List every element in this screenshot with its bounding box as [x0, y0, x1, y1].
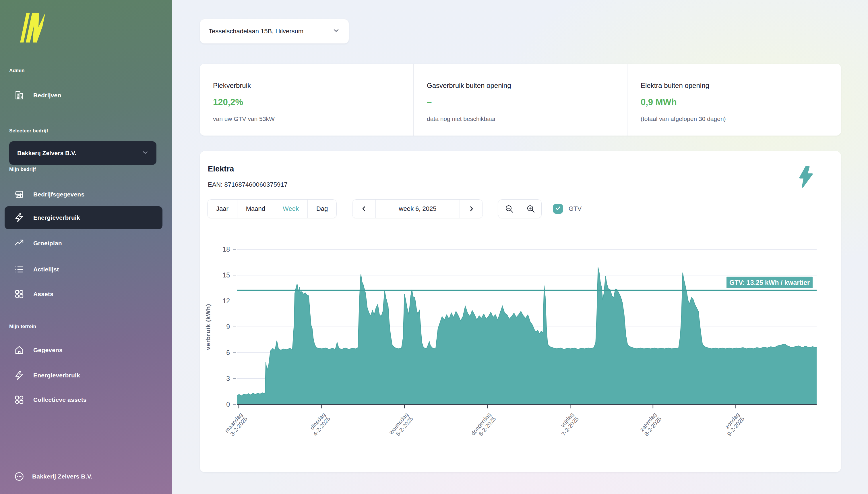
svg-text:12: 12: [222, 297, 230, 305]
svg-text:donderdag6-2-2025: donderdag6-2-2025: [470, 411, 497, 441]
energy-dashboard: Admin Bedrijven Selecteer bedrijf Bakker…: [0, 0, 868, 494]
app-logo: [16, 11, 46, 44]
check-icon: [555, 205, 561, 212]
zoom-out-button[interactable]: [498, 200, 520, 218]
trend-up-icon: [14, 238, 25, 249]
stat-card-gasverbruik: Gasverbruik buiten opening – data nog ni…: [413, 64, 627, 136]
svg-text:3: 3: [226, 375, 230, 382]
electricity-bolt-icon: [799, 166, 813, 189]
sidebar-item-label: Bedrijfsgegevens: [33, 191, 84, 198]
sidebar-item-label: Energieverbruik: [33, 372, 80, 379]
sidebar-item-assets[interactable]: Assets: [5, 285, 162, 303]
svg-text:woensdag5-2-2025: woensdag5-2-2025: [388, 411, 414, 440]
range-tabs: Jaar Maand Week Dag: [207, 199, 337, 218]
zoom-in-button[interactable]: [520, 200, 541, 218]
building-icon: [14, 90, 25, 101]
stats-row: Piekverbruik 120,2% van uw GTV van 53kW …: [200, 64, 841, 136]
svg-text:GTV: 13.25 kWh / kwartier: GTV: 13.25 kWh / kwartier: [729, 279, 810, 286]
previous-period-button[interactable]: [353, 200, 375, 218]
grid-icon: [14, 289, 25, 300]
sidebar-item-label: Groeiplan: [33, 240, 62, 247]
stat-card-piekverbruik: Piekverbruik 120,2% van uw GTV van 53kW: [200, 64, 413, 136]
company-select-value: Bakkerij Zelvers B.V.: [17, 150, 76, 156]
svg-text:18: 18: [222, 247, 230, 253]
sidebar-item-collectieve-assets[interactable]: Collectieve assets: [5, 391, 162, 409]
stat-card-elektra-buiten-opening: Elektra buiten opening 0,9 MWh (totaal v…: [627, 64, 841, 136]
gtv-checkbox[interactable]: [553, 204, 563, 214]
stat-subtitle: (totaal van afgelopen 30 dagen): [641, 115, 827, 122]
svg-text:verbruik (kWh): verbruik (kWh): [205, 304, 211, 350]
sidebar-item-bedrijfsgegevens[interactable]: Bedrijfsgegevens: [5, 185, 162, 204]
stat-subtitle: van uw GTV van 53kW: [213, 115, 399, 122]
elektra-chart-card: Elektra EAN: 871687460060375917 Jaar Maa…: [200, 151, 841, 472]
svg-text:maandag3-2-2025: maandag3-2-2025: [223, 411, 249, 438]
stat-value: –: [427, 97, 613, 108]
next-period-button[interactable]: [459, 200, 482, 218]
chart-card-title: Elektra: [208, 165, 234, 173]
my-terrain-section-label: Mijn terrein: [9, 324, 36, 329]
sidebar-item-label: Collectieve assets: [33, 396, 87, 403]
svg-text:dinsdag4-2-2025: dinsdag4-2-2025: [307, 411, 331, 437]
company-select[interactable]: Bakkerij Zelvers B.V.: [9, 141, 156, 165]
sidebar-item-groeiplan[interactable]: Groeiplan: [5, 234, 162, 252]
lightning-icon: [14, 212, 25, 223]
lightning-icon: [14, 370, 25, 381]
period-navigator: week 6, 2025: [352, 199, 483, 218]
admin-section-label: Admin: [9, 68, 25, 74]
location-select-value: Tesselschadelaan 15B, Hilversum: [209, 27, 303, 35]
svg-text:15: 15: [222, 271, 230, 279]
sidebar-item-bedrijven[interactable]: Bedrijven: [5, 86, 162, 104]
svg-text:6: 6: [226, 349, 230, 357]
tab-dag[interactable]: Dag: [308, 200, 336, 218]
gtv-checkbox-label: GTV: [569, 205, 581, 212]
stat-title: Elektra buiten opening: [641, 81, 827, 90]
svg-text:0: 0: [226, 401, 230, 408]
sidebar-item-label: Energieverbruik: [33, 214, 80, 221]
sidebar-item-gegevens[interactable]: Gegevens: [5, 341, 162, 359]
stat-title: Gasverbruik buiten opening: [427, 81, 613, 90]
sidebar-item-energieverbruik[interactable]: Energieverbruik: [5, 206, 162, 229]
grid-icon: [14, 394, 25, 405]
svg-text:zaterdag8-2-2025: zaterdag8-2-2025: [638, 411, 663, 437]
sidebar-item-label: Actielijst: [33, 266, 59, 273]
my-company-section-label: Mijn bedrijf: [9, 167, 36, 172]
tab-week[interactable]: Week: [274, 200, 308, 218]
select-company-label: Selecteer bedrijf: [9, 128, 48, 134]
home-icon: [14, 345, 25, 356]
sidebar-item-terrein-energieverbruik[interactable]: Energieverbruik: [5, 366, 162, 384]
chevron-down-icon: [141, 149, 149, 158]
svg-text:9: 9: [226, 323, 230, 330]
tab-jaar[interactable]: Jaar: [208, 200, 237, 218]
sidebar-footer-company[interactable]: Bakkerij Zelvers B.V.: [14, 471, 93, 482]
zoom-controls: [498, 199, 541, 218]
sidebar-item-label: Assets: [33, 291, 53, 298]
sidebar-item-label: Bedrijven: [33, 92, 61, 99]
stat-value: 0,9 MWh: [641, 97, 827, 108]
stat-value: 120,2%: [213, 97, 399, 108]
stat-title: Piekverbruik: [213, 81, 399, 90]
location-select[interactable]: Tesselschadelaan 15B, Hilversum: [200, 19, 349, 44]
chevron-down-icon: [332, 26, 340, 36]
footer-company-label: Bakkerij Zelvers B.V.: [32, 473, 93, 480]
circle-ellipsis-icon: [14, 471, 25, 482]
storefront-icon: [14, 189, 25, 200]
sidebar: Admin Bedrijven Selecteer bedrijf Bakker…: [0, 0, 172, 494]
svg-text:vrijdag7-2-2025: vrijdag7-2-2025: [555, 411, 580, 437]
sidebar-item-label: Gegevens: [33, 347, 63, 354]
list-icon: [14, 264, 25, 275]
stat-subtitle: data nog niet beschikbaar: [427, 115, 613, 122]
period-label: week 6, 2025: [375, 200, 459, 218]
sidebar-item-actielijst[interactable]: Actielijst: [5, 260, 162, 279]
chart-card-ean: EAN: 871687460060375917: [208, 181, 288, 188]
tab-maand[interactable]: Maand: [237, 200, 274, 218]
svg-text:zondag9-2-2025: zondag9-2-2025: [721, 411, 746, 437]
consumption-area-chart[interactable]: 0369121518verbruik (kWh)GTV: 13.25 kWh /…: [200, 247, 841, 471]
